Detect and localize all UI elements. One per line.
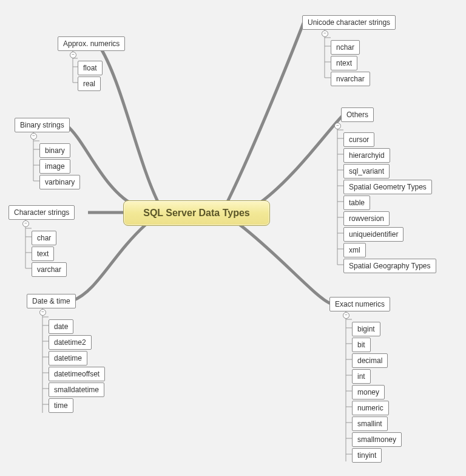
leaf-int[interactable]: int <box>352 369 371 384</box>
leaf-label: datetime2 <box>54 338 86 347</box>
branch-exact-numerics[interactable]: Exact numerics <box>329 297 390 311</box>
leaf-label: uniqueidentifier <box>349 230 398 239</box>
leaf-label: time <box>54 401 68 410</box>
branch-binary-strings[interactable]: Binary strings <box>15 118 70 132</box>
leaf-binary[interactable]: binary <box>39 143 70 158</box>
leaf-table[interactable]: table <box>343 195 370 210</box>
collapse-icon[interactable]: − <box>39 309 46 316</box>
leaf-tinyint[interactable]: tinyint <box>352 448 382 463</box>
leaf-label: text <box>37 250 49 258</box>
leaf-real[interactable]: real <box>78 76 101 91</box>
leaf-varchar[interactable]: varchar <box>32 262 67 277</box>
leaf-nchar[interactable]: nchar <box>331 40 360 55</box>
leaf-smallint[interactable]: smallint <box>352 416 388 431</box>
leaf-datetimeoffset[interactable]: datetimeoffset <box>49 367 105 381</box>
leaf-label: decimal <box>357 356 382 365</box>
leaf-label: nchar <box>336 43 354 52</box>
leaf-label: date <box>54 322 68 331</box>
collapse-icon[interactable]: − <box>30 133 37 140</box>
leaf-label: binary <box>45 146 65 155</box>
leaf-xml[interactable]: xml <box>343 243 366 257</box>
leaf-date[interactable]: date <box>49 319 73 334</box>
branch-label: Binary strings <box>20 121 64 129</box>
branch-character-strings[interactable]: Character strings <box>8 205 75 220</box>
leaf-label: Spatial Geometry Types <box>349 183 427 191</box>
leaf-label: bigint <box>357 325 375 333</box>
leaf-bigint[interactable]: bigint <box>352 322 380 336</box>
leaf-datetime2[interactable]: datetime2 <box>49 335 92 350</box>
leaf-datetime[interactable]: datetime <box>49 351 87 365</box>
leaf-label: bit <box>357 341 365 349</box>
leaf-label: float <box>83 64 97 72</box>
leaf-label: char <box>37 234 51 242</box>
leaf-label: ntext <box>336 59 352 67</box>
leaf-nvarchar[interactable]: nvarchar <box>331 72 370 86</box>
leaf-label: cursor <box>349 135 369 144</box>
branch-label: Approx. numerics <box>63 39 120 48</box>
leaf-numeric[interactable]: numeric <box>352 401 389 415</box>
leaf-label: image <box>45 162 65 171</box>
branch-label: Exact numerics <box>335 300 385 308</box>
branch-label: Unicode character strings <box>308 18 390 27</box>
leaf-smallmoney[interactable]: smallmoney <box>352 432 402 447</box>
collapse-icon[interactable]: − <box>22 220 29 227</box>
branch-label: Character strings <box>14 208 69 217</box>
leaf-cursor[interactable]: cursor <box>343 132 374 147</box>
leaf-label: Spatial Geography Types <box>349 262 431 270</box>
collapse-icon[interactable]: − <box>334 123 341 129</box>
leaf-label: xml <box>349 246 360 254</box>
leaf-decimal[interactable]: decimal <box>352 353 388 368</box>
leaf-label: rowversion <box>349 214 384 223</box>
leaf-label: int <box>357 372 365 381</box>
leaf-varbinary[interactable]: varbinary <box>39 175 80 189</box>
leaf-label: table <box>349 199 365 207</box>
leaf-label: sql_variant <box>349 167 384 175</box>
leaf-label: tinyint <box>357 451 376 460</box>
leaf-char[interactable]: char <box>32 231 56 245</box>
branch-approx-numerics[interactable]: Approx. numerics <box>58 36 125 51</box>
branch-label: Others <box>346 110 368 119</box>
leaf-label: varchar <box>37 265 61 274</box>
leaf-hierarchyid[interactable]: hierarchyid <box>343 148 390 163</box>
leaf-text[interactable]: text <box>32 246 54 261</box>
leaf-spatial-geography[interactable]: Spatial Geography Types <box>343 259 436 273</box>
leaf-rowversion[interactable]: rowversion <box>343 211 390 226</box>
leaf-label: datetime <box>54 354 82 362</box>
leaf-label: numeric <box>357 404 383 412</box>
leaf-uniqueidentifier[interactable]: uniqueidentifier <box>343 227 404 242</box>
leaf-float[interactable]: float <box>78 61 103 75</box>
leaf-label: smallmoney <box>357 435 396 444</box>
collapse-icon[interactable]: − <box>70 52 76 58</box>
collapse-icon[interactable]: − <box>343 312 350 319</box>
collapse-icon[interactable]: − <box>322 30 328 37</box>
leaf-label: nvarchar <box>336 75 365 83</box>
leaf-time[interactable]: time <box>49 398 73 413</box>
branch-others[interactable]: Others <box>341 107 374 122</box>
leaf-smalldatetime[interactable]: smalldatetime <box>49 382 104 397</box>
leaf-label: real <box>83 80 95 88</box>
leaf-label: smalldatetime <box>54 386 99 394</box>
leaf-ntext[interactable]: ntext <box>331 56 357 70</box>
leaf-label: datetimeoffset <box>54 370 100 378</box>
center-node[interactable]: SQL Server Data Types <box>123 200 270 226</box>
branch-date-time[interactable]: Date & time <box>27 294 76 308</box>
leaf-sql-variant[interactable]: sql_variant <box>343 164 390 178</box>
leaf-label: hierarchyid <box>349 151 385 160</box>
branch-unicode-strings[interactable]: Unicode character strings <box>302 15 396 30</box>
branch-label: Date & time <box>32 297 70 305</box>
leaf-spatial-geometry[interactable]: Spatial Geometry Types <box>343 180 432 194</box>
center-title: SQL Server Data Types <box>143 208 250 219</box>
leaf-money[interactable]: money <box>352 385 385 399</box>
leaf-image[interactable]: image <box>39 159 70 174</box>
leaf-label: money <box>357 388 379 396</box>
leaf-label: smallint <box>357 420 382 428</box>
leaf-label: varbinary <box>45 178 75 186</box>
leaf-bit[interactable]: bit <box>352 338 371 352</box>
